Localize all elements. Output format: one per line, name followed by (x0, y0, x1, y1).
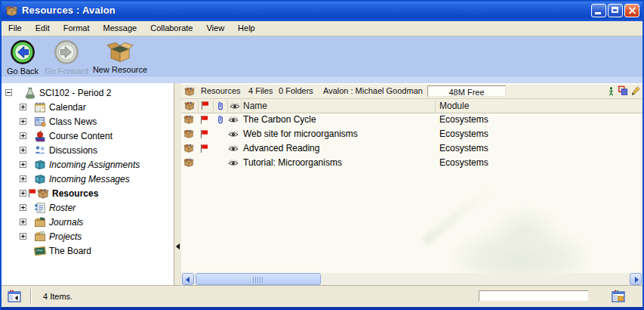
calendar-icon (34, 101, 46, 113)
status-progress-box (479, 290, 589, 302)
expand-icon[interactable] (20, 204, 26, 211)
collapse-icon[interactable] (5, 89, 12, 96)
expand-icon[interactable] (20, 175, 26, 182)
attachment-column-icon[interactable] (215, 101, 226, 111)
tree-item-roster[interactable]: Roster (2, 200, 174, 215)
resource-name: The Carbon Cycle (243, 114, 316, 125)
projects-folder-icon (34, 231, 46, 243)
eye-icon (228, 144, 239, 153)
maximize-button[interactable] (608, 4, 623, 17)
tree-item-label: Calendar (49, 102, 86, 113)
column-separator (213, 100, 214, 112)
panel-title: Resources (201, 85, 241, 98)
list-header-row: Name Module (181, 99, 642, 113)
statusbar-separator (30, 289, 31, 304)
expand-icon[interactable] (20, 190, 26, 197)
journals-folder-icon (34, 216, 46, 228)
tree-item-resources[interactable]: Resources (2, 186, 174, 200)
close-button[interactable] (624, 4, 639, 17)
scroll-right-button[interactable] (630, 273, 642, 285)
resource-row[interactable]: Web site for microorganisms Ecosystems (181, 127, 642, 141)
tree-item-the-board[interactable]: The Board (2, 243, 174, 258)
eye-column-icon[interactable] (230, 102, 240, 110)
window-title: Resources : Avalon (22, 0, 116, 20)
menu-collaborate[interactable]: Collaborate (143, 21, 199, 36)
thumb-grip (253, 277, 263, 283)
left-arrow-icon (186, 277, 190, 283)
items-count: 4 Items. (43, 286, 72, 307)
person-icon[interactable] (606, 86, 616, 96)
tree-item-journals[interactable]: Journals (2, 215, 174, 229)
expand-icon[interactable] (20, 132, 26, 139)
resource-row[interactable]: Advanced Reading Ecosystems (181, 141, 642, 156)
collapse-panel-icon[interactable] (176, 243, 180, 250)
owner-label: Avalon : Michael Goodman (323, 85, 423, 98)
name-column-header[interactable]: Name (243, 101, 267, 111)
resource-row[interactable]: Tutorial: Microorganisms Ecosystems (181, 156, 642, 170)
new-resource-icon (106, 39, 134, 64)
flag-icon (200, 144, 208, 153)
tree-item-incoming-messages[interactable]: Incoming Messages (2, 172, 174, 186)
folders-count: 0 Folders (279, 85, 313, 98)
module-column-header[interactable]: Module (439, 101, 469, 111)
column-separator (227, 100, 228, 112)
tree-item-label: Incoming Assignments (49, 160, 140, 170)
scrollbar-thumb[interactable] (196, 273, 321, 285)
menu-format[interactable]: Format (57, 21, 97, 36)
resource-module: Ecosystems (439, 129, 488, 139)
tree-item-class-news[interactable]: Class News (2, 114, 174, 129)
overlap-squares-icon[interactable] (618, 85, 628, 96)
flag-column-icon[interactable] (201, 101, 209, 110)
roster-icon (34, 202, 46, 214)
tree-item-course-root[interactable]: SCI102 - Period 2 (2, 85, 174, 100)
tree-item-discussions[interactable]: Discussions (2, 143, 174, 157)
attachment-icon (215, 114, 226, 125)
menu-file[interactable]: File (2, 21, 29, 36)
tree-item-calendar[interactable]: Calendar (2, 100, 174, 114)
title-bar[interactable]: Resources : Avalon (0, 0, 644, 21)
notebook-icon (34, 173, 46, 185)
people-icon (34, 144, 46, 157)
castle-watermark (451, 225, 591, 274)
go-forward-button[interactable]: Go Forward (42, 39, 91, 76)
resource-name: Web site for microorganisms (243, 129, 358, 139)
horizontal-scrollbar[interactable] (181, 273, 642, 285)
new-resource-button[interactable]: New Resource (91, 39, 149, 74)
app-box-icon (5, 5, 18, 17)
column-separator (435, 100, 436, 112)
menu-edit[interactable]: Edit (29, 21, 57, 36)
toggle-sidebar-icon[interactable] (8, 290, 21, 303)
panel-splitter[interactable] (174, 83, 181, 285)
tree-item-course-content[interactable]: Course Content (2, 129, 174, 143)
resource-module: Ecosystems (439, 157, 488, 168)
free-space-value: 48M Free (448, 88, 484, 97)
type-column-icon[interactable] (184, 101, 195, 111)
tree-item-label: Discussions (49, 145, 97, 156)
resource-row[interactable]: The Carbon Cycle Ecosystems (181, 113, 642, 127)
scroll-left-button[interactable] (182, 273, 194, 285)
expand-icon[interactable] (20, 118, 26, 125)
resource-name: Tutorial: Microorganisms (243, 157, 342, 168)
expand-icon[interactable] (20, 147, 26, 153)
tree-item-label: Projects (49, 231, 82, 242)
expand-icon[interactable] (20, 219, 26, 225)
tree-item-projects[interactable]: Projects (2, 229, 174, 243)
news-icon (34, 116, 46, 128)
tree-item-label: SCI102 - Period 2 (39, 88, 111, 98)
toggle-panel-icon[interactable] (612, 290, 625, 303)
maximize-icon (612, 7, 618, 13)
tree-item-incoming-assignments[interactable]: Incoming Assignments (2, 157, 174, 172)
menu-message[interactable]: Message (97, 21, 144, 36)
expand-icon[interactable] (20, 104, 26, 110)
menu-help[interactable]: Help (231, 21, 262, 36)
menu-view[interactable]: View (199, 21, 231, 36)
go-back-button[interactable]: Go Back (5, 39, 41, 76)
expand-icon[interactable] (20, 233, 26, 240)
pencil-icon[interactable] (630, 85, 641, 96)
minimize-button[interactable] (591, 4, 606, 17)
tree-item-label: Incoming Messages (49, 174, 130, 184)
resource-type-icon (183, 157, 194, 168)
toolbar-divider (2, 76, 642, 83)
expand-icon[interactable] (20, 161, 26, 168)
resource-name: Advanced Reading (243, 143, 319, 153)
